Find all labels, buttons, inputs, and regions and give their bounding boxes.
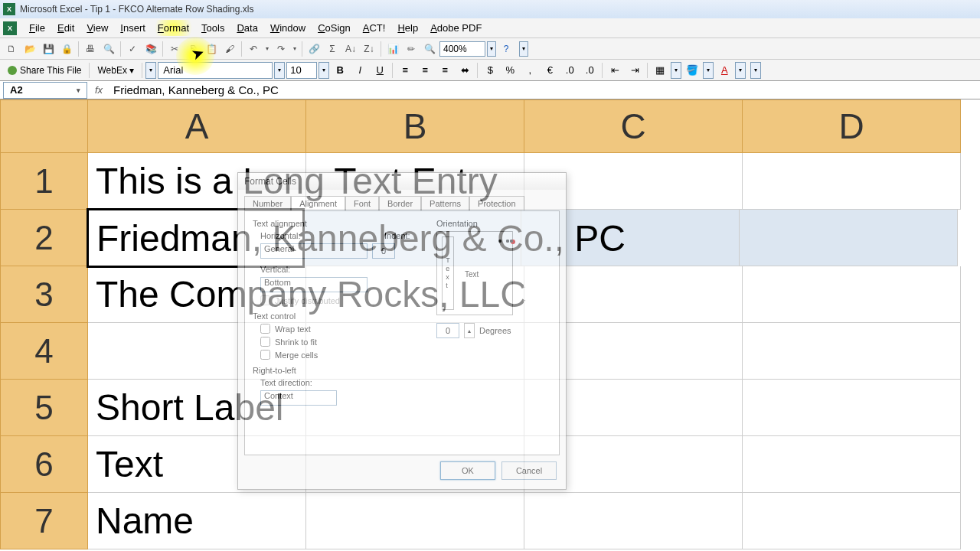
fill-dropdown-icon[interactable]: ▾ bbox=[703, 62, 714, 79]
menu-help[interactable]: Help bbox=[391, 20, 424, 36]
fx-icon[interactable]: fx bbox=[87, 84, 110, 96]
menu-insert[interactable]: Insert bbox=[114, 20, 152, 36]
font-size-combo[interactable]: 10 bbox=[286, 62, 317, 79]
tab-alignment[interactable]: Alignment bbox=[291, 196, 345, 210]
formula-input[interactable]: Friedman, Kanneberg & Co., PC bbox=[110, 83, 980, 96]
zoom-dropdown-icon[interactable]: ▾ bbox=[487, 41, 496, 57]
cut-icon[interactable]: ✂ bbox=[166, 41, 183, 57]
col-head-d[interactable]: D bbox=[743, 99, 961, 153]
menu-window[interactable]: Window bbox=[264, 20, 312, 36]
tab-border[interactable]: Border bbox=[379, 196, 421, 210]
undo-dropdown-icon[interactable]: ▾ bbox=[263, 41, 271, 57]
shrink-fit-check[interactable] bbox=[260, 337, 270, 347]
fontcolor-dropdown-icon[interactable]: ▾ bbox=[735, 62, 746, 79]
ok-button[interactable]: OK bbox=[440, 461, 495, 480]
bold-button[interactable]: B bbox=[331, 62, 349, 79]
menu-view[interactable]: View bbox=[80, 20, 114, 36]
vertical-combo[interactable]: Bottom bbox=[260, 277, 368, 292]
cell-d4[interactable] bbox=[743, 323, 961, 380]
paste-icon[interactable]: 📋 bbox=[203, 41, 220, 57]
menu-file[interactable]: File bbox=[23, 20, 51, 36]
underline-button[interactable]: U bbox=[371, 62, 389, 79]
degrees-spinner[interactable] bbox=[436, 323, 459, 338]
preview-icon[interactable]: 🔍 bbox=[100, 41, 117, 57]
select-all-corner[interactable] bbox=[0, 99, 88, 153]
cell-d3[interactable] bbox=[743, 266, 961, 323]
font-color-icon[interactable]: A bbox=[715, 62, 733, 79]
dialog-title[interactable]: Format Cells bbox=[238, 173, 566, 190]
menu-cosign[interactable]: CoSign bbox=[312, 20, 357, 36]
font-combo[interactable]: Arial bbox=[158, 62, 273, 79]
orientation-vertical-text[interactable]: Text bbox=[442, 236, 454, 310]
tab-number[interactable]: Number bbox=[244, 196, 291, 210]
cell-d5[interactable] bbox=[743, 380, 961, 436]
menu-edit[interactable]: Edit bbox=[51, 20, 80, 36]
decrease-decimal-icon[interactable]: .0 bbox=[580, 62, 599, 79]
italic-button[interactable]: I bbox=[351, 62, 369, 79]
cell-a7[interactable]: Name bbox=[88, 493, 306, 549]
cell-d7[interactable] bbox=[743, 493, 961, 549]
row-head-1[interactable]: 1 bbox=[0, 153, 88, 210]
hyperlink-icon[interactable]: 🔗 bbox=[305, 41, 322, 57]
currency-icon[interactable]: $ bbox=[481, 62, 499, 79]
orientation-dial[interactable]: Text Text bbox=[436, 231, 513, 315]
share-file-button[interactable]: Share This File bbox=[3, 62, 86, 79]
zoom-combo[interactable]: 400% bbox=[439, 41, 485, 57]
decrease-indent-icon[interactable]: ⇤ bbox=[606, 62, 624, 79]
spelling-icon[interactable]: ✓ bbox=[124, 41, 141, 57]
menu-tools[interactable]: Tools bbox=[195, 20, 230, 36]
cell-d6[interactable] bbox=[743, 436, 961, 493]
increase-decimal-icon[interactable]: .0 bbox=[560, 62, 579, 79]
align-right-icon[interactable]: ≡ bbox=[436, 62, 454, 79]
indent-spinner[interactable] bbox=[372, 243, 395, 259]
fill-color-icon[interactable]: 🪣 bbox=[683, 62, 701, 79]
menu-adobepdf[interactable]: Adobe PDF bbox=[424, 20, 488, 36]
align-center-icon[interactable]: ≡ bbox=[416, 62, 434, 79]
format-cells-dialog[interactable]: Format Cells Number Alignment Font Borde… bbox=[237, 172, 567, 490]
menu-format[interactable]: Format bbox=[152, 20, 195, 36]
merge-center-icon[interactable]: ⬌ bbox=[456, 62, 474, 79]
menu-data[interactable]: Data bbox=[230, 20, 263, 36]
help-icon[interactable]: ? bbox=[498, 41, 514, 57]
research-icon[interactable]: 📚 bbox=[142, 41, 159, 57]
row-head-4[interactable]: 4 bbox=[0, 323, 88, 380]
row-head-5[interactable]: 5 bbox=[0, 380, 88, 436]
namebox-dropdown-icon[interactable]: ▾ bbox=[77, 86, 80, 94]
size-dropdown-icon[interactable]: ▾ bbox=[318, 62, 329, 79]
cell-c7[interactable] bbox=[524, 493, 743, 549]
font-dropdown-icon[interactable]: ▾ bbox=[274, 62, 285, 79]
row-head-7[interactable]: 7 bbox=[0, 493, 88, 549]
col-head-a[interactable]: A bbox=[88, 99, 306, 153]
redo-icon[interactable]: ↷ bbox=[273, 41, 289, 57]
name-box[interactable]: A2 ▾ bbox=[3, 82, 87, 99]
degrees-spinner-buttons[interactable]: ▴ bbox=[464, 323, 475, 338]
format-painter-icon[interactable]: 🖌 bbox=[221, 41, 238, 57]
sort-desc-icon[interactable]: Z↓ bbox=[361, 41, 377, 57]
print-icon[interactable]: 🖶 bbox=[82, 41, 99, 57]
col-head-c[interactable]: C bbox=[524, 99, 743, 153]
new-icon[interactable]: 🗋 bbox=[3, 41, 20, 57]
webex-button[interactable]: WebEx ▾ bbox=[93, 62, 139, 79]
toolbar2-options-icon[interactable]: ▾ bbox=[145, 62, 156, 79]
align-left-icon[interactable]: ≡ bbox=[396, 62, 414, 79]
percent-icon[interactable]: % bbox=[501, 62, 519, 79]
undo-icon[interactable]: ↶ bbox=[245, 41, 262, 57]
row-head-3[interactable]: 3 bbox=[0, 266, 88, 323]
drawing-icon[interactable]: ✏ bbox=[403, 41, 420, 57]
open-icon[interactable]: 📂 bbox=[21, 41, 38, 57]
toolbar-options-icon[interactable]: ▾ bbox=[519, 41, 528, 57]
justify-distributed-check[interactable] bbox=[260, 295, 270, 305]
textdir-combo[interactable]: Context bbox=[260, 390, 337, 406]
permission-icon[interactable]: 🔒 bbox=[58, 41, 75, 57]
euro-icon[interactable]: € bbox=[541, 62, 559, 79]
zoom-fit-icon[interactable]: 🔍 bbox=[421, 41, 438, 57]
comma-icon[interactable]: , bbox=[521, 62, 539, 79]
cell-d1[interactable] bbox=[743, 153, 961, 210]
chart-icon[interactable]: 📊 bbox=[384, 41, 401, 57]
row-head-2[interactable]: 2 bbox=[0, 210, 88, 266]
col-head-b[interactable]: B bbox=[306, 99, 524, 153]
borders-icon[interactable]: ▦ bbox=[651, 62, 669, 79]
save-icon[interactable]: 💾 bbox=[40, 41, 57, 57]
tab-protection[interactable]: Protection bbox=[469, 196, 524, 210]
cell-d2[interactable] bbox=[740, 210, 958, 266]
